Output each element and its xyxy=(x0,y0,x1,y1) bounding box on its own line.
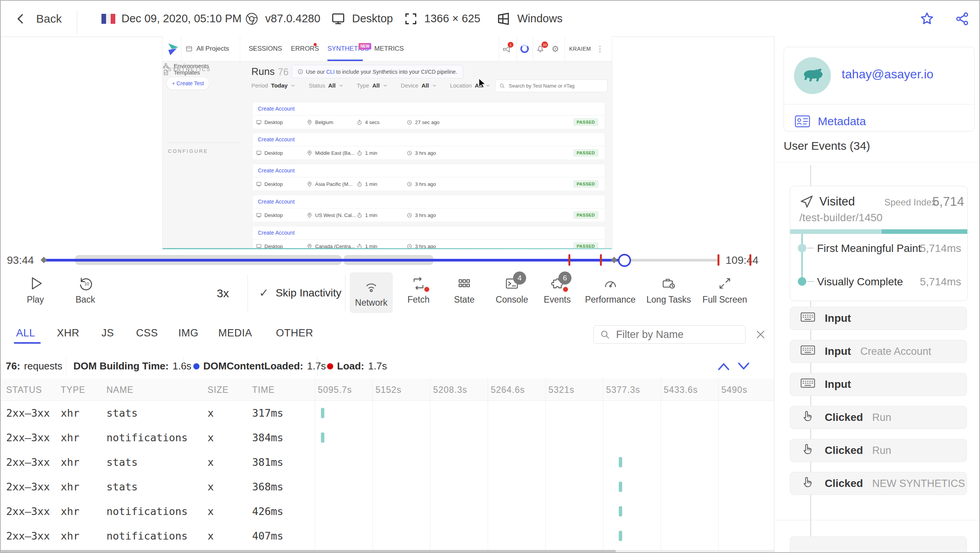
metric-name: Visually Complete xyxy=(817,276,903,288)
panel-icon-wrap xyxy=(601,275,619,292)
filter-label: Type xyxy=(357,82,369,89)
network-filter-box[interactable] xyxy=(593,325,746,344)
network-request-row[interactable]: 2xx–3xxxhrnotificationsx384ms xyxy=(1,425,774,450)
skip-inactivity-toggle[interactable]: ✓ Skip Inactivity xyxy=(259,286,341,300)
test-search-box[interactable] xyxy=(495,79,608,92)
network-tab-other[interactable]: OTHER xyxy=(276,327,313,339)
event-connector xyxy=(810,429,811,439)
panel-button-events[interactable]: 6Events xyxy=(536,275,579,305)
clock-icon xyxy=(407,212,412,218)
input-event-card[interactable]: Input xyxy=(790,307,967,330)
filter-label: Status xyxy=(309,82,325,89)
panel-button-console[interactable]: 4Console xyxy=(487,275,537,305)
column-header-size: SIZE xyxy=(208,385,229,395)
event-connector xyxy=(810,330,811,340)
speed-toggle[interactable]: 3x xyxy=(217,287,229,300)
runs-filter-period[interactable]: PeriodToday xyxy=(251,82,296,89)
run-name-link[interactable]: Create Account xyxy=(258,199,295,205)
run-name-link[interactable]: Create Account xyxy=(258,136,295,142)
run-name-link[interactable]: Create Account xyxy=(258,106,295,112)
project-selector[interactable]: All Projects xyxy=(186,36,257,61)
user-email[interactable]: tahay@asayer.io xyxy=(842,67,933,81)
run-card[interactable]: Create AccountDesktopBelgium4 secs27 sec… xyxy=(253,103,605,129)
clicked-event-card[interactable]: ClickedNEW SYNTHETICS xyxy=(790,472,967,495)
panel-button-full-screen[interactable]: Full Screen xyxy=(696,275,753,305)
run-card[interactable]: Create AccountDesktopAsia Pacific (M...1… xyxy=(253,164,605,190)
run-name-link[interactable]: Create Account xyxy=(258,167,295,174)
network-tab-css[interactable]: CSS xyxy=(136,327,158,339)
network-filter-input[interactable] xyxy=(615,328,732,341)
timeline-track[interactable] xyxy=(43,249,718,271)
input-event-card[interactable]: Input xyxy=(790,373,967,396)
next-request-icon[interactable] xyxy=(736,361,751,371)
panel-button-state[interactable]: State xyxy=(443,275,486,305)
nav-item-errors[interactable]: ERRORS xyxy=(291,36,319,61)
panel-button-performance[interactable]: Performance xyxy=(580,275,641,305)
clicked-event-card[interactable]: ClickedRun xyxy=(790,406,967,429)
panel-button-fetch[interactable]: Fetch xyxy=(396,275,441,305)
share-icon[interactable] xyxy=(955,11,970,26)
run-card[interactable]: Create AccountDesktopMiddle East (Ba...1… xyxy=(253,133,605,159)
cell-type: xhr xyxy=(61,456,80,468)
cell-status: 2xx–3xx xyxy=(6,432,50,444)
time-column-header: 5433.6s xyxy=(664,385,698,395)
network-request-row[interactable]: 2xx–3xxxhrnotificationsx407ms xyxy=(1,523,774,548)
runs-filter-type[interactable]: TypeAll xyxy=(357,82,388,89)
input-event-card[interactable]: InputCreate Account xyxy=(790,340,967,363)
panel-icon-wrap xyxy=(410,275,427,292)
user-menu[interactable]: KRAIEM xyxy=(569,36,591,61)
prev-request-icon[interactable] xyxy=(716,361,731,371)
settings-gear-icon[interactable]: ⚙ xyxy=(551,44,559,54)
event-detail: NEW SYNTHETICS xyxy=(872,478,965,490)
network-scrollbar[interactable] xyxy=(1,550,774,553)
event-connector xyxy=(810,396,811,406)
keyboard-icon xyxy=(800,344,816,359)
runs-filter-status[interactable]: StatusAll xyxy=(309,82,344,89)
player-timeline[interactable]: 93:44 109:44 xyxy=(1,249,774,271)
kebab-menu-icon[interactable]: ⋮ xyxy=(596,44,604,53)
run-name-link[interactable]: Create Account xyxy=(258,230,295,236)
partial-event-card[interactable] xyxy=(790,536,967,553)
favorite-star-icon[interactable] xyxy=(919,11,935,26)
create-test-button[interactable]: + Create Test xyxy=(166,77,209,90)
request-timing-mark xyxy=(321,432,324,443)
nav-item-sessions[interactable]: SESSIONS xyxy=(249,36,282,61)
run-detail: Asia Pacific (M... xyxy=(307,181,352,187)
network-request-row[interactable]: 2xx–3xxxhrstatsx381ms xyxy=(1,450,774,474)
network-tab-img[interactable]: IMG xyxy=(178,327,199,339)
network-request-row[interactable]: 2xx–3xxxhrstatsx368ms xyxy=(1,474,774,499)
nav-item-metrics[interactable]: METRICS xyxy=(374,36,404,61)
network-tab-js[interactable]: JS xyxy=(101,327,114,339)
back-10-button[interactable]: 10 Back xyxy=(72,275,99,305)
run-detail-text: 27 sec ago xyxy=(415,119,440,125)
avatar xyxy=(794,57,831,94)
metadata-button[interactable]: Metadata xyxy=(795,115,866,128)
timeline-handle[interactable] xyxy=(618,254,631,267)
network-request-row[interactable]: 2xx–3xxxhrnotificationsx426ms xyxy=(1,499,774,523)
panel-button-network[interactable]: Network xyxy=(350,272,393,313)
network-tab-all[interactable]: ALL xyxy=(16,327,35,339)
panel-button-long-tasks[interactable]: Long Tasks xyxy=(643,275,694,305)
test-search-input[interactable] xyxy=(508,83,602,89)
clicked-event-card[interactable]: ClickedRun xyxy=(790,439,967,462)
run-detail: 1 min xyxy=(357,150,377,156)
network-tab-media[interactable]: MEDIA xyxy=(218,327,252,339)
visited-event-card[interactable]: Visited Speed Index 5,714 /test-builder/… xyxy=(790,186,968,301)
run-detail-text: 4 secs xyxy=(365,119,380,125)
run-detail: 27 sec ago xyxy=(407,119,440,125)
device-item: Desktop xyxy=(331,1,393,36)
close-panel-icon[interactable] xyxy=(755,329,766,340)
session-date: Dec 09, 2020, 05:10 PM xyxy=(121,12,242,25)
run-card[interactable]: Create AccountDesktopCanada (Centra...1 … xyxy=(253,227,605,249)
run-detail-text: 3 hrs ago xyxy=(415,212,436,218)
cli-link[interactable]: CLI xyxy=(326,69,335,75)
play-button[interactable]: Play xyxy=(23,275,48,305)
network-scrollbar-thumb[interactable] xyxy=(1,550,616,553)
network-tab-xhr[interactable]: XHR xyxy=(57,327,80,339)
back-button[interactable]: Back xyxy=(15,1,62,36)
stopwatch-icon xyxy=(357,119,362,125)
active-tab-underline xyxy=(14,342,41,344)
network-request-row[interactable]: 2xx–3xxxhrstatsx317ms xyxy=(1,401,774,425)
run-card[interactable]: Create AccountDesktopUS West (N. Cal...1… xyxy=(253,195,605,222)
runs-filter-device[interactable]: DeviceAll xyxy=(401,82,437,89)
